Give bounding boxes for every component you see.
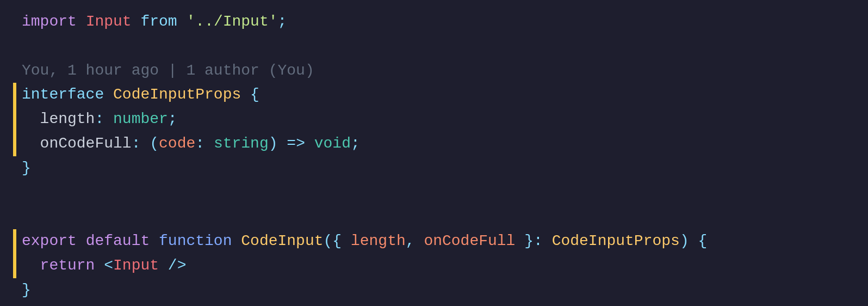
line-export: export default function CodeInput({ leng… xyxy=(13,229,855,254)
code-token: Input xyxy=(113,254,159,278)
code-token: number xyxy=(113,107,168,132)
code-token: : xyxy=(534,229,552,254)
code-token: interface xyxy=(22,83,113,107)
code-token: void xyxy=(314,132,351,156)
code-token: onCodeFull xyxy=(22,132,132,156)
line-interface: interface CodeInputProps { xyxy=(13,83,855,107)
code-token: import xyxy=(22,10,86,34)
code-editor: import Input from '../Input'; You, 1 hou… xyxy=(0,0,868,306)
line-return: return <Input /> xyxy=(13,254,855,278)
git-gutter xyxy=(13,83,16,107)
line-length: length: number; xyxy=(13,107,855,132)
code-token: export xyxy=(22,229,86,254)
git-gutter xyxy=(13,254,16,278)
code-token: default xyxy=(86,229,159,254)
code-token: You, 1 hour ago | 1 author (You) xyxy=(22,59,314,83)
line-close-brace-2: } xyxy=(13,278,855,303)
code-token: : xyxy=(195,132,214,156)
code-token: CodeInputProps xyxy=(113,83,250,107)
code-token: return xyxy=(22,254,104,278)
code-token: Input xyxy=(86,10,141,34)
git-gutter xyxy=(13,107,16,132)
line-close-brace-1: } xyxy=(13,156,855,181)
code-token: ; xyxy=(168,107,177,132)
code-token: { xyxy=(250,83,259,107)
line-blank-2 xyxy=(13,181,855,205)
code-token: onCodeFull xyxy=(424,229,515,254)
line-blank-3 xyxy=(13,205,855,229)
code-token: CodeInputProps xyxy=(552,229,680,254)
code-token: } xyxy=(515,229,534,254)
code-token: } xyxy=(22,156,31,181)
code-token: string xyxy=(214,132,269,156)
code-token: /> xyxy=(159,254,186,278)
code-token: => xyxy=(287,132,314,156)
git-gutter xyxy=(13,132,16,156)
code-token: code xyxy=(159,132,195,156)
code-token: ) { xyxy=(680,229,707,254)
code-token: ) xyxy=(269,132,287,156)
git-gutter xyxy=(13,229,16,254)
code-token: ({ xyxy=(324,229,351,254)
line-import: import Input from '../Input'; xyxy=(13,10,855,34)
code-token: length xyxy=(22,107,95,132)
code-token: ; xyxy=(351,132,360,156)
code-token: from xyxy=(140,10,186,34)
line-oncodefull: onCodeFull: (code: string) => void; xyxy=(13,132,855,156)
code-token: function xyxy=(159,229,241,254)
line-blame: You, 1 hour ago | 1 author (You) xyxy=(13,59,855,83)
code-token: : xyxy=(95,107,113,132)
code-token: '../Input' xyxy=(186,10,277,34)
code-token: < xyxy=(104,254,113,278)
code-token: } xyxy=(22,278,31,303)
code-token: length xyxy=(351,229,406,254)
code-token: CodeInput xyxy=(241,229,323,254)
code-token: : ( xyxy=(132,132,159,156)
code-token: , xyxy=(406,229,424,254)
line-blank-1 xyxy=(13,34,855,59)
code-token: ; xyxy=(278,10,287,34)
